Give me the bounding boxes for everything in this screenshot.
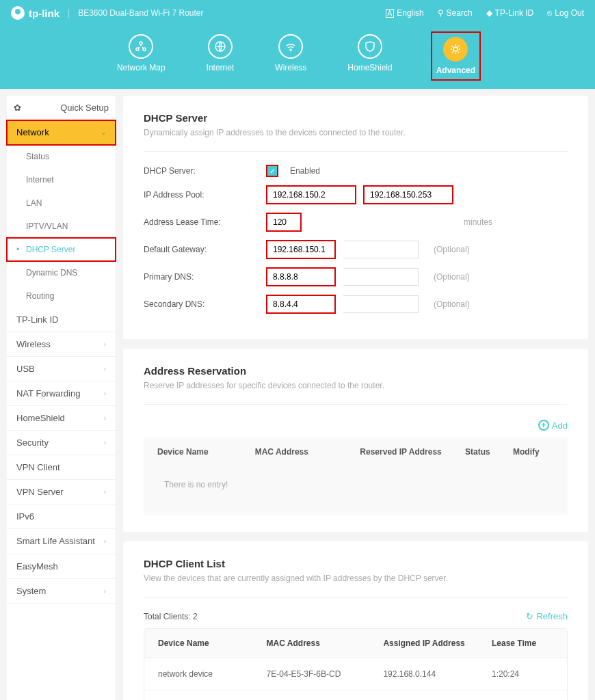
cell-device: network device — [158, 669, 267, 679]
top-bar: tp-link | BE3600 Dual-Band Wi-Fi 7 Route… — [0, 0, 595, 26]
chevron-right-icon: › — [104, 537, 106, 545]
cell-ip: 192.168.0.144 — [383, 669, 492, 679]
sidebar-vpnserver[interactable]: VPN Server› — [7, 480, 116, 504]
label: Smart Life Assistant — [16, 536, 95, 547]
label: TP-Link ID — [16, 314, 58, 325]
pool-end-input[interactable] — [364, 186, 453, 204]
refresh-icon: ↻ — [526, 611, 533, 621]
label: Security — [16, 438, 49, 448]
sidebar-ipv6[interactable]: IPv6 — [7, 504, 116, 529]
label: VPN Client — [16, 462, 60, 472]
sidebar-iptv[interactable]: IPTV/VLAN — [7, 215, 116, 238]
pool-start-input[interactable] — [267, 186, 356, 204]
logout-icon: ⎋ — [547, 8, 552, 18]
optional-text: (Optional) — [434, 272, 470, 282]
network-map-icon — [129, 34, 153, 59]
nav-label: Internet — [207, 63, 235, 72]
sidebar-nat[interactable]: NAT Forwarding› — [7, 381, 116, 406]
ch-lease: Lease Time — [492, 638, 553, 648]
sidebar: ✿Quick Setup Network⌄ Status Internet LA… — [7, 96, 116, 700]
svg-point-0 — [140, 42, 142, 44]
th-device: Device Name — [157, 447, 255, 457]
svg-point-5 — [453, 47, 458, 51]
reservation-desc: Reserve IP addresses for specific device… — [144, 381, 568, 390]
nav-advanced[interactable]: Advanced — [434, 34, 478, 78]
chevron-right-icon: › — [104, 488, 106, 496]
sidebar-tplinkid[interactable]: TP-Link ID — [7, 308, 116, 332]
gateway-label: Default Gateway: — [144, 245, 267, 254]
dhcp-server-card: DHCP Server Dynamically assign IP addres… — [123, 96, 588, 339]
sidebar-dhcp[interactable]: DHCP Server — [7, 238, 116, 261]
refresh-label: Refresh — [536, 611, 568, 621]
sidebar-internet[interactable]: Internet — [7, 168, 116, 191]
tplinkid-link[interactable]: ◆TP-Link ID — [486, 8, 534, 18]
sidebar-security[interactable]: Security› — [7, 431, 116, 455]
sidebar-vpnclient[interactable]: VPN Client — [7, 455, 116, 480]
quick-setup-label: Quick Setup — [60, 103, 109, 113]
nav-wireless[interactable]: Wireless — [275, 34, 306, 78]
sidebar-ddns[interactable]: Dynamic DNS — [7, 261, 116, 284]
logo-icon — [11, 6, 25, 20]
brand-text: tp-link — [29, 8, 60, 19]
chevron-right-icon: › — [104, 340, 106, 348]
label: HomeShield — [16, 413, 65, 423]
sidebar-easymesh[interactable]: EasyMesh — [7, 554, 116, 579]
sidebar-routing[interactable]: Routing — [7, 284, 116, 308]
refresh-button[interactable]: ↻Refresh — [526, 611, 568, 621]
nav-homeshield[interactable]: HomeShield — [347, 34, 392, 78]
quick-setup[interactable]: ✿Quick Setup — [7, 96, 116, 120]
nav-label: Advanced — [436, 66, 475, 75]
address-reservation-card: Address Reservation Reserve IP addresses… — [123, 349, 588, 532]
search-link[interactable]: ⚲Search — [438, 8, 473, 18]
sidebar-network[interactable]: Network⌄ — [7, 120, 116, 145]
add-button[interactable]: +Add — [538, 420, 568, 431]
sdns-input[interactable] — [267, 295, 335, 313]
logout-link[interactable]: ⎋Log Out — [547, 8, 584, 18]
optional-text: (Optional) — [434, 245, 470, 254]
chevron-down-icon: ⌄ — [101, 129, 106, 136]
sidebar-status[interactable]: Status — [7, 145, 116, 168]
gateway-input[interactable] — [267, 241, 335, 258]
pdns-input[interactable] — [267, 268, 335, 286]
chevron-right-icon: › — [104, 439, 106, 446]
gear-icon: ✿ — [14, 103, 21, 113]
client-list-card: DHCP Client List View the devices that a… — [123, 541, 588, 700]
user-icon: ◆ — [486, 8, 492, 18]
ch-ip: Assigned IP Address — [383, 638, 492, 648]
sidebar-system[interactable]: System› — [7, 579, 116, 604]
gear-icon — [443, 37, 468, 62]
sidebar-lan[interactable]: LAN — [7, 191, 116, 215]
th-mac: MAC Address — [255, 447, 360, 457]
optional-text: (Optional) — [434, 299, 470, 309]
sidebar-homeshield[interactable]: HomeShield› — [7, 406, 116, 431]
dhcp-enabled-checkbox[interactable]: ✓ — [267, 165, 278, 176]
chevron-right-icon: › — [104, 587, 106, 595]
nav-internet[interactable]: Internet — [207, 34, 235, 78]
label: NAT Forwarding — [16, 388, 80, 399]
ch-device: Device Name — [158, 638, 267, 648]
sidebar-smartlife[interactable]: Smart Life Assistant› — [7, 529, 116, 554]
svg-point-4 — [290, 49, 291, 51]
globe-icon — [208, 34, 233, 59]
wifi-icon — [278, 34, 303, 59]
client-row: network device 7E-04-E5-3F-6B-CD 192.168… — [144, 658, 567, 690]
clients-title: DHCP Client List — [144, 558, 568, 569]
sidebar-wireless[interactable]: Wireless› — [7, 332, 116, 357]
main-nav: Network Map Internet Wireless HomeShield… — [0, 26, 595, 89]
language-switch[interactable]: AEnglish — [386, 8, 424, 18]
nav-label: Wireless — [275, 63, 306, 72]
language-icon: A — [386, 9, 395, 18]
th-status: Status — [465, 447, 513, 457]
dhcp-desc: Dynamically assign IP addresses to the d… — [144, 128, 568, 137]
reservation-title: Address Reservation — [144, 365, 568, 377]
clients-desc: View the devices that are currently assi… — [144, 574, 568, 583]
label: System — [16, 586, 46, 596]
model-name: BE3600 Dual-Band Wi-Fi 7 Router — [78, 8, 203, 18]
pool-label: IP Address Pool: — [144, 190, 267, 200]
th-modify: Modify — [513, 447, 554, 457]
label: Wireless — [16, 339, 51, 349]
nav-network-map[interactable]: Network Map — [117, 34, 166, 78]
cell-lease: 1:20:24 — [492, 669, 553, 679]
sidebar-usb[interactable]: USB› — [7, 357, 116, 381]
lease-input[interactable] — [267, 213, 301, 231]
